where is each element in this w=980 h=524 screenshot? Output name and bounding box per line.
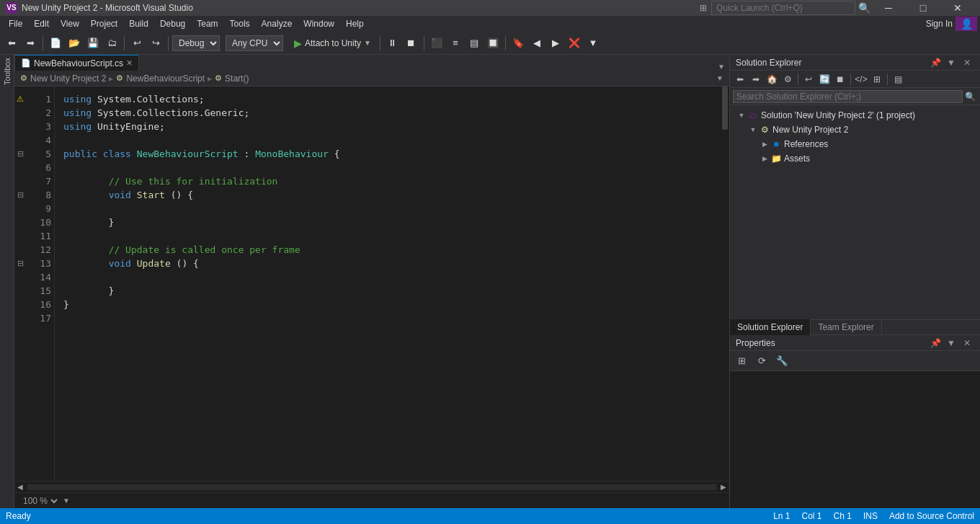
menu-file[interactable]: File: [3, 16, 28, 32]
gutter-collapse-5[interactable]: ⊟: [14, 147, 26, 161]
project-node[interactable]: ▼ ⚙ New Unity Project 2: [730, 123, 980, 137]
horizontal-scrollbar[interactable]: [27, 484, 716, 490]
status-source-control[interactable]: Add to Source Control: [889, 511, 974, 521]
se-refresh-btn[interactable]: 🔄: [817, 72, 832, 86]
menu-debug[interactable]: Debug: [154, 16, 191, 32]
scroll-left-btn[interactable]: ◀: [14, 481, 26, 493]
menu-view[interactable]: View: [55, 16, 85, 32]
props-settings-btn[interactable]: 🔧: [773, 352, 790, 370]
solution-expand-icon[interactable]: ▼: [736, 110, 747, 121]
path-sep2: ▸: [208, 74, 212, 84]
project-expand-icon[interactable]: ▼: [747, 124, 759, 136]
scroll-right-btn[interactable]: ▶: [718, 481, 729, 493]
scrollbar-thumb[interactable]: [722, 86, 728, 130]
references-expand-icon[interactable]: ▶: [759, 138, 770, 150]
main-layout: Toolbox 📄 NewBehaviourScript.cs ✕ ▼ ⚙ Ne…: [0, 55, 980, 508]
account-icon: 👤: [956, 17, 977, 31]
toolbar-open[interactable]: 📂: [66, 35, 83, 52]
assets-icon: 📁: [770, 153, 782, 164]
se-properties-btn[interactable]: ⊞: [870, 72, 884, 86]
debug-config-dropdown[interactable]: Debug: [172, 35, 220, 51]
props-alpha-btn[interactable]: ⟳: [753, 352, 770, 370]
se-refresh-prev[interactable]: ↩: [801, 72, 816, 86]
sign-in-area[interactable]: Sign In: [926, 19, 953, 29]
props-dropdown-btn[interactable]: ▼: [944, 336, 958, 350]
toolbar-btn-g[interactable]: 🔖: [509, 35, 527, 52]
toolbar-nav-forward[interactable]: ➡: [22, 35, 39, 52]
gutter-icons: ⚠ ⊟ ⊟ ⊟: [14, 86, 26, 481]
se-search-btn[interactable]: 🔍: [963, 89, 977, 104]
minimize-button[interactable]: ─: [872, 0, 905, 16]
solution-node[interactable]: ▼ 🗂 Solution 'New Unity Project 2' (1 pr…: [730, 108, 980, 123]
tab-dropdown-btn[interactable]: ▼: [713, 63, 729, 71]
se-back-btn[interactable]: ⬅: [733, 72, 747, 86]
tab-newbehaviourscript[interactable]: 📄 NewBehaviourScript.cs ✕: [14, 55, 139, 71]
gutter-blank-6: [14, 161, 26, 174]
close-button[interactable]: ✕: [941, 0, 974, 16]
toolbar-new-file[interactable]: 📄: [47, 35, 64, 52]
editor-collapse-btn[interactable]: ▼: [716, 74, 723, 82]
menu-edit[interactable]: Edit: [28, 16, 55, 32]
menu-window[interactable]: Window: [298, 16, 340, 32]
toolbar-save-all[interactable]: 🗂: [103, 35, 120, 52]
menu-build[interactable]: Build: [123, 16, 154, 32]
se-settings-btn[interactable]: ⚙: [780, 72, 795, 86]
toolbar-nav-back[interactable]: ⬅: [3, 35, 20, 52]
menu-analyze[interactable]: Analyze: [256, 16, 298, 32]
platform-dropdown[interactable]: Any CPU: [226, 35, 283, 51]
tab-solution-explorer[interactable]: Solution Explorer: [730, 319, 811, 335]
toolbar-btn-j[interactable]: ❌: [566, 35, 583, 52]
toolbar-btn-i[interactable]: ▶: [547, 35, 564, 52]
code-line-10: }: [63, 216, 712, 229]
toolbar-btn-h[interactable]: ◀: [528, 35, 545, 52]
toolbar-btn-c[interactable]: ⬛: [428, 35, 445, 52]
tab-team-explorer[interactable]: Team Explorer: [811, 319, 881, 335]
references-node[interactable]: ▶ ■ References: [730, 137, 980, 151]
se-view-code[interactable]: </>: [854, 72, 868, 86]
toolbar-btn-a[interactable]: ⏸: [384, 35, 401, 52]
maximize-button[interactable]: □: [906, 0, 940, 16]
se-stop-btn[interactable]: ⏹: [833, 72, 847, 86]
code-line-5: public class NewBehaviourScript : MonoBe…: [63, 147, 712, 161]
se-forward-btn[interactable]: ➡: [749, 72, 763, 86]
toolbar-save[interactable]: 💾: [84, 35, 102, 52]
menu-help[interactable]: Help: [340, 16, 370, 32]
menu-tools[interactable]: Tools: [224, 16, 256, 32]
assets-node[interactable]: ▶ 📁 Assets: [730, 151, 980, 166]
attach-to-unity-button[interactable]: ▶ Attach to Unity ▼: [289, 35, 376, 52]
editor-scrollbar[interactable]: [721, 86, 729, 481]
menu-team[interactable]: Team: [191, 16, 223, 32]
quick-launch-area: ⊞ 🔍: [700, 1, 870, 15]
props-pin-btn[interactable]: 📌: [928, 336, 943, 350]
attach-dropdown-arrow[interactable]: ▼: [364, 39, 371, 47]
se-collapse-all[interactable]: ▤: [891, 72, 905, 86]
se-search-input[interactable]: [733, 90, 963, 103]
code-editor[interactable]: ⚠ ⊟ ⊟ ⊟ 12345 678910: [14, 86, 729, 481]
zoom-select[interactable]: 100 %: [20, 495, 60, 507]
toolbar-btn-f[interactable]: 🔲: [484, 35, 502, 52]
toolbar-btn-e[interactable]: ▤: [466, 35, 483, 52]
menu-project[interactable]: Project: [85, 16, 123, 32]
status-ln: Ln 1: [773, 511, 790, 521]
panel-close-btn[interactable]: ✕: [960, 55, 974, 70]
assets-expand-icon[interactable]: ▶: [759, 153, 770, 164]
panel-dropdown-btn[interactable]: ▼: [944, 55, 958, 70]
status-ins: INS: [863, 511, 878, 521]
zoom-down-arrow[interactable]: ▼: [63, 497, 70, 505]
props-category-btn[interactable]: ⊞: [733, 352, 750, 370]
sign-in-label[interactable]: Sign In: [926, 19, 953, 29]
quick-launch-input[interactable]: [711, 1, 855, 15]
gutter-collapse-8[interactable]: ⊟: [14, 188, 26, 202]
toolbar-btn-b[interactable]: ⏹: [403, 35, 420, 52]
tab-close-icon[interactable]: ✕: [126, 58, 133, 68]
toolbar-btn-k[interactable]: ▼: [584, 35, 602, 52]
code-content[interactable]: using System.Collections; using System.C…: [55, 86, 721, 481]
toolbar-redo[interactable]: ↪: [147, 35, 164, 52]
toolbar-btn-d[interactable]: ≡: [447, 35, 464, 52]
panel-pin-btn[interactable]: 📌: [928, 55, 943, 70]
se-home-btn[interactable]: 🏠: [765, 72, 779, 86]
toolbar-undo[interactable]: ↩: [128, 35, 146, 52]
gutter-collapse-13[interactable]: ⊟: [14, 257, 26, 270]
props-close-btn[interactable]: ✕: [960, 336, 974, 350]
toolbox-sidebar[interactable]: Toolbox: [0, 55, 14, 508]
